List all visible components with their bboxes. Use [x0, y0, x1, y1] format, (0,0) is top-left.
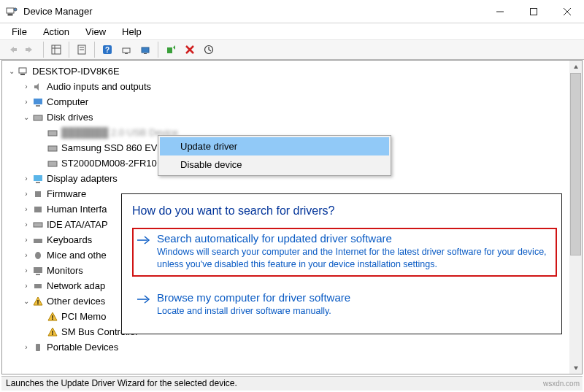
monitor-icon: [31, 96, 44, 108]
menu-file[interactable]: File: [4, 25, 34, 39]
chevron-right-icon: ›: [21, 94, 31, 109]
menu-help[interactable]: Help: [115, 25, 149, 39]
option-browse-computer[interactable]: Browse my computer for driver software L…: [132, 287, 557, 323]
watermark: wsxdn.com: [543, 380, 580, 388]
properties-button[interactable]: [73, 41, 91, 58]
ctx-disable-device[interactable]: Disable device: [160, 155, 389, 174]
svg-rect-40: [34, 284, 42, 288]
ide-icon: [31, 218, 44, 231]
tree-item-audio[interactable]: ›Audio inputs and outputs: [7, 79, 582, 94]
help-button[interactable]: ?: [99, 41, 116, 58]
disable-button[interactable]: [200, 41, 218, 58]
svg-rect-18: [144, 53, 147, 54]
svg-point-2: [14, 8, 17, 11]
scroll-up-icon[interactable]: [569, 61, 582, 73]
option-2-title: Browse my computer for driver software: [157, 291, 550, 304]
maximize-button[interactable]: [517, 0, 550, 23]
network-icon: [31, 280, 44, 292]
chevron-right-icon: ›: [21, 217, 31, 232]
tree-item-computer[interactable]: ›Computer: [7, 94, 582, 109]
chevron-right-icon: ›: [21, 171, 31, 186]
tree-item-portable[interactable]: ›Portable Devices: [7, 339, 582, 355]
svg-rect-39: [36, 274, 40, 275]
svg-rect-19: [167, 47, 172, 53]
minimize-button[interactable]: [483, 0, 517, 23]
chevron-down-icon: ⌄: [21, 109, 31, 125]
svg-rect-29: [48, 146, 57, 151]
chevron-right-icon: ›: [21, 278, 31, 293]
svg-rect-24: [20, 74, 25, 75]
chevron-down-icon: ⌄: [21, 293, 31, 309]
warning-icon: !: [46, 310, 58, 323]
portable-icon: [31, 341, 44, 353]
menu-action[interactable]: Action: [36, 25, 77, 39]
warning-icon: !: [46, 326, 58, 338]
warning-icon: !: [31, 295, 44, 307]
svg-rect-23: [19, 68, 26, 73]
arrow-right-icon: [137, 234, 151, 248]
disk-icon: [46, 126, 58, 139]
toolbar: ?: [0, 39, 584, 60]
window-title: Device Manager: [23, 6, 483, 17]
svg-rect-35: [34, 223, 42, 227]
svg-rect-34: [34, 207, 42, 212]
computer-icon: [17, 65, 29, 77]
svg-point-37: [35, 252, 41, 259]
scrollbar-thumb[interactable]: [570, 73, 581, 255]
close-button[interactable]: [550, 0, 584, 23]
chevron-down-icon: ⌄: [7, 64, 17, 79]
chevron-right-icon: ›: [21, 201, 31, 217]
svg-text:?: ?: [105, 46, 110, 54]
menubar: File Action View Help: [0, 23, 584, 39]
update-driver-dialog: How do you want to search for drivers? S…: [121, 193, 562, 334]
speaker-icon: [31, 80, 44, 93]
scan-hardware-button[interactable]: [118, 41, 135, 58]
svg-text:!: !: [51, 314, 53, 321]
svg-rect-26: [36, 105, 40, 107]
svg-rect-30: [48, 161, 57, 166]
chevron-right-icon: ›: [21, 339, 31, 355]
svg-rect-15: [123, 48, 130, 53]
back-button[interactable]: [3, 41, 20, 58]
svg-rect-4: [531, 8, 537, 15]
hid-icon: [31, 203, 44, 215]
monitor-icon: [31, 264, 44, 277]
svg-text:!: !: [51, 329, 53, 337]
ctx-update-driver[interactable]: Update driver: [160, 137, 389, 155]
svg-rect-44: [36, 344, 40, 351]
tree-root[interactable]: ⌄DESKTOP-IDV8K6E: [7, 64, 582, 79]
svg-rect-38: [34, 267, 42, 273]
disk-icon: [31, 111, 44, 123]
option-1-title: Search automatically for updated driver …: [157, 232, 550, 245]
svg-rect-31: [34, 175, 42, 181]
uninstall-button[interactable]: [181, 41, 199, 58]
status-bar: Launches the Update Driver Wizard for th…: [1, 376, 583, 391]
update-driver-button[interactable]: [162, 41, 180, 58]
scroll-down-icon[interactable]: [569, 361, 582, 374]
chip-icon: [31, 188, 44, 200]
disk-icon: [46, 142, 58, 154]
svg-text:!: !: [36, 299, 39, 306]
update-remote-button[interactable]: [137, 41, 154, 58]
dialog-title: How do you want to search for drivers?: [132, 204, 557, 218]
forward-button[interactable]: [22, 41, 39, 58]
chevron-right-icon: ›: [21, 232, 31, 247]
chevron-right-icon: ›: [21, 79, 31, 94]
option-search-automatically[interactable]: Search automatically for updated driver …: [132, 228, 557, 277]
chevron-right-icon: ›: [21, 247, 31, 263]
svg-rect-16: [125, 53, 128, 54]
arrow-right-icon: [137, 293, 151, 307]
svg-rect-1: [8, 14, 12, 15]
svg-rect-27: [34, 115, 42, 120]
vertical-scrollbar[interactable]: [569, 61, 582, 374]
option-2-description: Locate and install driver software manua…: [157, 305, 550, 318]
tree-item-disk[interactable]: ⌄Disk drives: [7, 109, 582, 125]
menu-view[interactable]: View: [78, 25, 113, 39]
svg-rect-0: [7, 8, 14, 13]
display-icon: [31, 172, 44, 185]
context-menu: Update driver Disable device: [158, 135, 391, 176]
svg-rect-25: [34, 99, 42, 104]
show-hide-tree-button[interactable]: [47, 41, 65, 58]
svg-rect-36: [34, 239, 42, 243]
chevron-right-icon: ›: [21, 263, 31, 278]
